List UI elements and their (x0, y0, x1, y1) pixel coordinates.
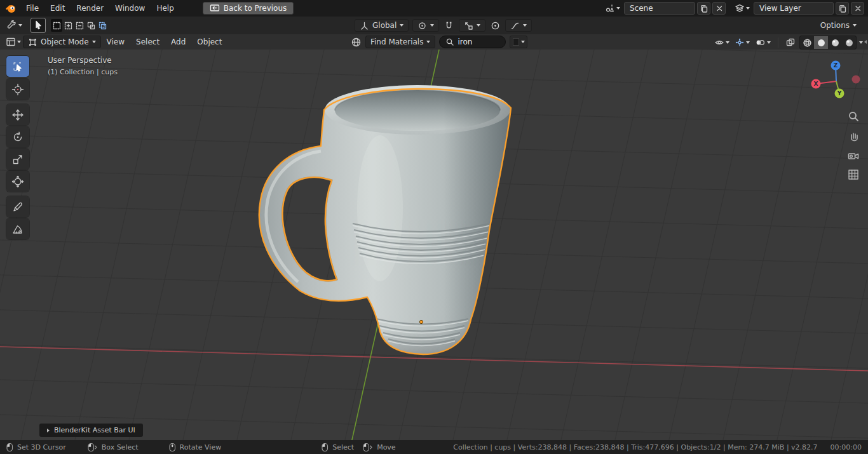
cursor-3d-icon (11, 83, 24, 96)
shading-rendered-button[interactable] (842, 36, 856, 49)
back-screen-icon (210, 3, 220, 13)
transform-orientation-dropdown[interactable]: Global (355, 19, 409, 32)
scene-icon (605, 3, 615, 13)
overlays-toggle-dropdown[interactable] (754, 36, 772, 49)
tool-settings-bar: Global Options (0, 17, 868, 34)
select-mode-set-button[interactable] (51, 19, 62, 32)
view-layer-field[interactable]: View Layer (754, 2, 834, 15)
chevron-down-icon (746, 7, 750, 10)
blenderkit-asset-bar[interactable]: BlenderKit Asset Bar UI (39, 424, 143, 437)
xray-icon (785, 37, 796, 48)
editor-type-dropdown[interactable] (4, 36, 23, 48)
solid-sphere-icon (817, 38, 826, 48)
mode-selector-dropdown[interactable]: Object Mode (23, 36, 101, 48)
pan-view-button[interactable] (845, 128, 862, 144)
menu-file[interactable]: File (20, 2, 44, 15)
select-mode-extend-button[interactable] (62, 19, 74, 32)
viewport-header-right (713, 36, 863, 50)
tool-transform[interactable] (6, 171, 29, 192)
options-dropdown[interactable]: Options (815, 19, 862, 32)
material-search-field[interactable] (439, 36, 506, 48)
perspective-toggle-button[interactable] (845, 166, 862, 183)
camera-icon (846, 149, 860, 163)
blenderkit-globe-icon[interactable] (351, 37, 362, 48)
new-scene-button[interactable] (697, 2, 710, 15)
falloff-curve-icon (510, 21, 520, 30)
region-collapse-arrow[interactable] (864, 40, 867, 44)
snap-settings-dropdown[interactable] (459, 19, 485, 32)
mouse-left-drag-icon (88, 443, 98, 452)
shading-solid-button[interactable] (814, 36, 828, 49)
xray-toggle-button[interactable] (784, 36, 797, 49)
chevron-down-icon (523, 24, 527, 27)
blenderkit-search-group: Find Materials (351, 36, 527, 48)
navigation-gizmo[interactable]: Z X Y (808, 58, 863, 99)
tool-rotate[interactable] (6, 126, 29, 147)
shading-material-button[interactable] (828, 36, 842, 49)
browse-view-layer-dropdown[interactable] (733, 2, 752, 15)
mouse-left-drag-icon (363, 443, 373, 452)
orientation-value: Global (372, 21, 397, 30)
chevron-down-icon (426, 41, 430, 43)
snap-toggle-button[interactable] (443, 19, 455, 32)
proportional-falloff-dropdown[interactable] (505, 19, 532, 32)
expand-arrow-icon (47, 429, 50, 432)
chevron-down-icon (18, 24, 22, 27)
shading-wireframe-button[interactable] (800, 36, 814, 49)
chevron-down-icon (400, 24, 403, 27)
tool-measure[interactable] (6, 218, 29, 239)
tool-select-box[interactable] (6, 56, 29, 77)
find-materials-dropdown[interactable]: Find Materials (365, 36, 435, 48)
asset-preview-dropdown[interactable] (510, 36, 527, 48)
tool-cursor[interactable] (6, 79, 29, 100)
gizmos-toggle-dropdown[interactable] (733, 36, 751, 49)
camera-view-button[interactable] (845, 147, 862, 164)
menu-select[interactable]: Select (130, 36, 165, 48)
search-input[interactable] (458, 37, 499, 46)
menu-help[interactable]: Help (151, 2, 179, 15)
menu-render[interactable]: Render (71, 2, 109, 15)
back-to-previous-button[interactable]: Back to Previous (203, 2, 294, 15)
unlink-scene-button[interactable] (712, 2, 726, 15)
menu-add[interactable]: Add (165, 36, 191, 48)
transform-settings: Global (355, 19, 532, 32)
viewport-3d[interactable]: User Perspective (1) Collection | cups (0, 50, 868, 440)
browse-scene-dropdown[interactable] (603, 2, 622, 15)
chevron-down-icon (726, 41, 729, 44)
active-tool-indicator[interactable] (31, 18, 46, 33)
tool-move[interactable] (6, 104, 29, 125)
tool-scale[interactable] (6, 149, 29, 170)
hint-move: Move (363, 443, 396, 452)
proportional-circle-icon (491, 21, 500, 30)
new-view-layer-button[interactable] (836, 2, 849, 15)
menu-edit[interactable]: Edit (44, 2, 71, 15)
mouse-left-icon (6, 443, 13, 452)
scene-name-field[interactable]: Scene (624, 2, 695, 15)
asset-thumbnail (513, 38, 519, 46)
remove-view-layer-button[interactable] (851, 2, 864, 15)
select-box-icon (11, 60, 24, 73)
select-mode-subtract-button[interactable] (74, 19, 85, 32)
tool-settings-dropdown[interactable] (5, 19, 24, 32)
hint-set-3d-cursor: Set 3D Cursor (6, 443, 66, 452)
zoom-view-button[interactable] (845, 109, 862, 125)
wireframe-sphere-icon (803, 38, 812, 48)
scale-icon (11, 153, 24, 166)
chevron-down-icon (477, 24, 480, 27)
chevron-down-icon (859, 41, 863, 44)
select-mode-invert-button[interactable] (85, 19, 97, 32)
blender-logo-icon[interactable] (5, 3, 17, 14)
select-cursor-icon (32, 20, 44, 31)
pivot-point-dropdown[interactable] (412, 19, 439, 32)
menu-object[interactable]: Object (191, 36, 227, 48)
topbar-right: Scene View Layer (603, 2, 864, 15)
tool-annotate[interactable] (6, 196, 29, 217)
select-mode-intersect-button[interactable] (97, 19, 108, 32)
object-visibility-dropdown[interactable] (713, 36, 731, 49)
proportional-editing-toggle[interactable] (489, 19, 501, 32)
menu-view[interactable]: View (101, 36, 130, 48)
gizmo-neg-x-ball[interactable] (852, 76, 860, 84)
rotate-icon (11, 131, 24, 144)
viewport-collection-label: (1) Collection | cups (48, 68, 118, 76)
menu-window[interactable]: Window (109, 2, 151, 15)
